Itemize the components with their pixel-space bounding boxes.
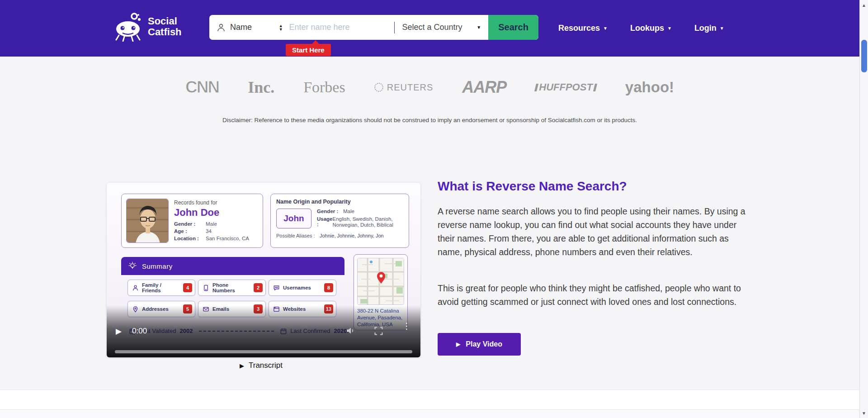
- count-badge: 2: [254, 283, 263, 292]
- people-search-bar: Name ▲▼ Select a Country ▼ Search: [209, 15, 538, 40]
- origin-usage-label: Usage :: [317, 216, 333, 228]
- aliases-value: Johnie, Johnnie, Johnny, Jon: [320, 233, 384, 238]
- age-label: Age :: [174, 228, 206, 234]
- chip-family-friends: Family / Friends 4: [127, 280, 195, 296]
- mute-icon[interactable]: [345, 326, 355, 336]
- fullscreen-icon[interactable]: [374, 327, 383, 335]
- top-navbar: Social Catfish Name ▲▼ Select a Country: [0, 0, 859, 57]
- country-select-label: Select a Country: [402, 23, 472, 32]
- profile-photo: [126, 199, 169, 243]
- person-icon: [132, 285, 139, 291]
- page: Social Catfish has been Featured On: [0, 0, 868, 418]
- forbes-logo: Forbes: [303, 79, 345, 96]
- chevron-down-icon: ▼: [476, 25, 481, 30]
- map-image: [357, 258, 404, 305]
- catfish-logo-icon: [114, 12, 143, 42]
- huffpost-logo: HUFFPOST: [535, 81, 596, 93]
- summary-title: Summary: [142, 262, 173, 270]
- nav-item-lookups[interactable]: Lookups ▼: [630, 24, 672, 33]
- section-paragraph-2: This is great for people who think they …: [438, 281, 754, 309]
- records-found-label: Records found for: [174, 200, 249, 206]
- location-value: San Francisco, CA: [206, 236, 249, 241]
- chevron-down-icon: ▼: [603, 26, 608, 31]
- chevron-down-icon: ▼: [667, 26, 672, 31]
- horizontal-scrollbar[interactable]: [0, 409, 859, 418]
- section-divider: [0, 390, 859, 409]
- search-category-select[interactable]: Name ▲▼: [209, 15, 289, 40]
- scroll-up-arrow[interactable]: ▲: [862, 1, 866, 9]
- video-controls-gradient: [107, 305, 420, 357]
- transcript-toggle[interactable]: ▶ Transcript: [240, 361, 283, 370]
- search-button[interactable]: Search: [488, 15, 538, 40]
- gender-value: Male: [206, 221, 217, 227]
- mock-summary-header: Summary: [121, 257, 344, 275]
- video-current-time: 0:00: [132, 327, 147, 336]
- location-label: Location :: [174, 236, 206, 241]
- video-menu-kebab-icon[interactable]: ⋮: [402, 324, 411, 328]
- chevron-down-icon: ▼: [720, 26, 724, 31]
- brand-logo[interactable]: Social Catfish: [114, 12, 182, 42]
- play-video-button[interactable]: ▶ Play Video: [438, 333, 521, 356]
- chip-usernames: Usernames 8: [269, 280, 336, 296]
- origin-usage-value: English, Swedish, Danish, Norwegian, Dut…: [333, 216, 403, 228]
- origin-gender-value: Male: [343, 209, 354, 214]
- huffpost-bar-icon: [593, 84, 597, 91]
- origin-card-title: Name Origin and Popularity: [276, 199, 403, 205]
- mock-origin-card: Name Origin and Popularity John Gender :…: [270, 194, 409, 248]
- count-badge: 8: [324, 283, 333, 292]
- section-heading: What is Reverse Name Search?: [438, 179, 627, 194]
- origin-gender-label: Gender :: [317, 209, 343, 214]
- phone-icon: [203, 285, 209, 291]
- video-play-button[interactable]: ▶: [116, 327, 122, 336]
- start-here-badge: Start Here: [286, 44, 331, 56]
- reuters-logo: REUTERS: [374, 82, 434, 93]
- inc-logo: Inc.: [248, 78, 274, 97]
- country-select[interactable]: Select a Country ▼: [395, 15, 488, 40]
- transcript-label: Transcript: [249, 361, 283, 370]
- explainer-video-player[interactable]: Records found for John Doe Gender :Male …: [107, 183, 420, 357]
- profile-name: John Doe: [174, 207, 249, 218]
- aliases-label: Possible Aliases :: [276, 233, 320, 238]
- bulb-icon: [128, 262, 137, 270]
- media-logos-row: CNN Inc. Forbes REUTERS AARP HUFFPOST ya…: [0, 78, 859, 97]
- nav-menu: Resources ▼ Lookups ▼ Login ▼: [558, 0, 724, 57]
- reuters-dotted-circle-icon: [374, 83, 383, 92]
- count-badge: 4: [183, 283, 192, 292]
- search-category-label: Name: [230, 23, 274, 32]
- cnn-logo: CNN: [185, 78, 219, 97]
- scroll-down-arrow[interactable]: ▼: [862, 409, 866, 417]
- chat-bubble-icon: [273, 285, 280, 291]
- media-disclaimer: Disclaimer: Reference to these media org…: [0, 117, 859, 124]
- huffpost-bar-icon: [534, 84, 538, 91]
- person-icon: [217, 23, 226, 32]
- scrollbar-thumb[interactable]: [861, 40, 867, 72]
- transcript-arrow-icon: ▶: [240, 362, 244, 369]
- nav-item-login[interactable]: Login ▼: [694, 24, 724, 33]
- video-progress-bar[interactable]: [115, 350, 412, 353]
- mock-profile-card: Records found for John Doe Gender :Male …: [121, 194, 263, 248]
- brand-name: Social Catfish: [148, 16, 182, 38]
- age-value: 34: [206, 228, 212, 234]
- section-paragraph-1: A reverse name search allows you to find…: [438, 204, 754, 259]
- play-icon: ▶: [456, 341, 460, 347]
- search-input[interactable]: [289, 15, 394, 40]
- sort-arrows-icon: ▲▼: [279, 24, 283, 31]
- vertical-scrollbar[interactable]: ▲ ▼: [859, 0, 868, 418]
- gender-label: Gender :: [174, 221, 206, 227]
- aarp-logo: AARP: [462, 78, 506, 97]
- origin-name-box: John: [276, 209, 311, 228]
- chip-phone-numbers: Phone Numbers 2: [198, 280, 266, 296]
- yahoo-logo: yahoo!: [625, 79, 674, 96]
- nav-item-resources[interactable]: Resources ▼: [558, 24, 608, 33]
